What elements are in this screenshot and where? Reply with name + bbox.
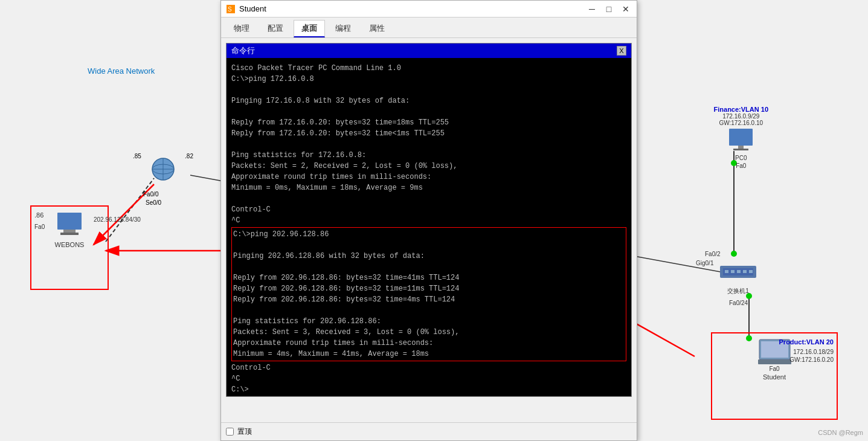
tab-peizhi[interactable]: 配置 bbox=[260, 20, 291, 37]
terminal-line-1: Cisco Packet Tracer PC Command Line 1.0 bbox=[231, 63, 626, 74]
webons-pc-icon bbox=[54, 213, 85, 240]
svg-rect-26 bbox=[737, 270, 741, 273]
minimize-button[interactable]: ─ bbox=[586, 4, 598, 14]
svg-rect-13 bbox=[63, 230, 76, 233]
terminal-body[interactable]: Cisco Packet Tracer PC Command Line 1.0 … bbox=[227, 58, 631, 396]
student-node-fa: Fa0 bbox=[717, 365, 832, 372]
svg-rect-25 bbox=[731, 270, 735, 273]
product-gw: GW:172.16.0.20 bbox=[789, 356, 834, 363]
ping2-space3 bbox=[233, 305, 625, 316]
terminal-line-5 bbox=[231, 106, 626, 117]
router-ip1: .85 bbox=[133, 153, 141, 159]
finance-gw: GW:172.16.0.10 bbox=[714, 120, 768, 126]
ping2-space bbox=[233, 240, 625, 251]
product-ip: 172.16.0.18/29 bbox=[793, 349, 834, 355]
terminal-line-3 bbox=[231, 85, 626, 95]
ping2-minmax: Minimum = 4ms, Maximum = 41ms, Average =… bbox=[233, 349, 625, 359]
terminal-line-13 bbox=[231, 193, 626, 204]
end-prompt: C:\> bbox=[231, 384, 626, 395]
terminal-line-11: Approximate round trip times in milli-se… bbox=[231, 172, 626, 182]
ping2-packets: Packets: Sent = 3, Received = 3, Lost = … bbox=[233, 327, 625, 338]
terminal-line-15: ^C bbox=[231, 215, 626, 226]
product-box: Fa0 Student Product:VLAN 20 172.16.0.18/… bbox=[711, 332, 838, 420]
ping2-desc: Pinging 202.96.128.86 with 32 bytes of d… bbox=[233, 251, 625, 262]
top-checkbox[interactable] bbox=[226, 428, 234, 436]
main-window: S Student ─ □ ✕ 物理 配置 桌面 编程 属性 命令行 X Cis… bbox=[220, 0, 637, 441]
switch-fa02: Fa0/2 bbox=[705, 251, 721, 257]
terminal-line-4: Pinging 172.16.0.8 with 32 bytes of data… bbox=[231, 95, 626, 106]
terminal-line-10: Packets: Sent = 2, Received = 2, Lost = … bbox=[231, 161, 626, 172]
terminal-line-2: C:\>ping 172.16.0.8 bbox=[231, 74, 626, 85]
ping2-section: C:\>ping 202.96.128.86 Pinging 202.96.12… bbox=[231, 227, 626, 361]
csdn-watermark: CSDN @Regm bbox=[818, 429, 863, 436]
svg-text:S: S bbox=[228, 6, 232, 13]
tab-zhuomian[interactable]: 桌面 bbox=[294, 20, 325, 37]
tab-shuxing[interactable]: 属性 bbox=[361, 20, 393, 37]
router-icon bbox=[148, 156, 178, 186]
window-title-text: Student bbox=[239, 4, 266, 13]
app-icon: S bbox=[226, 4, 236, 14]
router-ip2: .82 bbox=[185, 153, 193, 159]
svg-line-0 bbox=[106, 178, 154, 242]
end-c: ^C bbox=[231, 373, 626, 384]
svg-rect-19 bbox=[729, 129, 753, 146]
terminal-container: 命令行 X Cisco Packet Tracer PC Command Lin… bbox=[226, 43, 632, 397]
ping2-stats: Ping statistics for 202.96.128.86: bbox=[233, 316, 625, 327]
ping2-cmd: C:\>ping 202.96.128.86 bbox=[233, 229, 625, 240]
router-se0: Se0/0 bbox=[146, 199, 161, 206]
top-label: 置顶 bbox=[237, 427, 252, 437]
maximize-button[interactable]: □ bbox=[603, 4, 615, 14]
terminal-line-6: Reply from 172.16.0.20: bytes=32 time=18… bbox=[231, 117, 626, 128]
window-title-area: S Student bbox=[226, 4, 266, 14]
svg-rect-24 bbox=[725, 270, 728, 273]
ping2-r3: Reply from 202.96.128.86: bytes=32 time=… bbox=[233, 294, 625, 305]
tab-wuli[interactable]: 物理 bbox=[226, 20, 257, 37]
svg-point-9 bbox=[731, 251, 737, 257]
ping2-approx: Approximate round trip times in milli-se… bbox=[233, 338, 625, 349]
subnet-label: 202.96.128.84/30 bbox=[94, 216, 141, 223]
window-titlebar: S Student ─ □ ✕ bbox=[221, 1, 637, 18]
webons-ip: .86 bbox=[34, 211, 43, 219]
svg-rect-31 bbox=[758, 359, 791, 364]
switch-gig: Gig0/1 bbox=[696, 260, 713, 266]
student-label: Student bbox=[717, 373, 832, 381]
router-fa0: Fa0/0 bbox=[143, 191, 159, 198]
tab-bar: 物理 配置 桌面 编程 属性 bbox=[221, 18, 637, 38]
terminal-close-button[interactable]: X bbox=[617, 46, 626, 56]
tab-biancheng[interactable]: 编程 bbox=[327, 20, 359, 37]
switch-fa24: Fa0/24 bbox=[729, 300, 748, 306]
finance-node: Finance:VLAN 10 172.16.0.9/29 GW:172.16.… bbox=[714, 106, 768, 169]
window-controls: ─ □ ✕ bbox=[586, 4, 632, 14]
svg-rect-12 bbox=[57, 213, 82, 230]
switch-icon bbox=[720, 263, 756, 284]
svg-rect-28 bbox=[749, 270, 753, 273]
ping2-space2 bbox=[233, 262, 625, 272]
terminal-titlebar: 命令行 X bbox=[227, 43, 631, 58]
switch-label: 交换机1 bbox=[720, 287, 756, 295]
terminal-line-7: Reply from 172.16.0.20: bytes=32 time<1m… bbox=[231, 128, 626, 139]
terminal-line-12: Minimum = 0ms, Maximum = 18ms, Average =… bbox=[231, 182, 626, 193]
svg-rect-21 bbox=[733, 149, 748, 150]
product-label: Product:VLAN 20 bbox=[779, 338, 834, 346]
finance-label: Finance:VLAN 10 bbox=[714, 106, 768, 113]
bottom-bar: 置顶 bbox=[221, 422, 637, 440]
finance-pc-icon bbox=[727, 129, 754, 153]
router-node: .85 .82 Fa0/0 Se0/0 bbox=[148, 156, 178, 188]
svg-rect-27 bbox=[743, 270, 747, 273]
terminal-line-8 bbox=[231, 139, 626, 150]
finance-pc-label: PC0 bbox=[714, 155, 768, 161]
svg-rect-20 bbox=[738, 146, 744, 149]
terminal-title: 命令行 bbox=[231, 45, 255, 56]
terminal-line-14: Control-C bbox=[231, 204, 626, 215]
webons-fa: Fa0 bbox=[34, 224, 45, 230]
finance-fa: Fa0 bbox=[714, 163, 768, 169]
wan-label: Wide Area Network bbox=[88, 66, 155, 76]
close-button[interactable]: ✕ bbox=[620, 4, 632, 14]
ping2-r1: Reply from 202.96.128.86: bytes=32 time=… bbox=[233, 272, 625, 283]
switch-node: Fa0/2 Gig0/1 交换机1 Fa0/24 bbox=[720, 263, 756, 295]
terminal-line-9: Ping statistics for 172.16.0.8: bbox=[231, 150, 626, 161]
finance-ip: 172.16.0.9/29 bbox=[714, 113, 768, 120]
webons-label: WEBONS bbox=[37, 241, 101, 248]
ping2-r2: Reply from 202.96.128.86: bytes=32 time=… bbox=[233, 283, 625, 294]
end-ctrl: Control-C bbox=[231, 362, 626, 373]
